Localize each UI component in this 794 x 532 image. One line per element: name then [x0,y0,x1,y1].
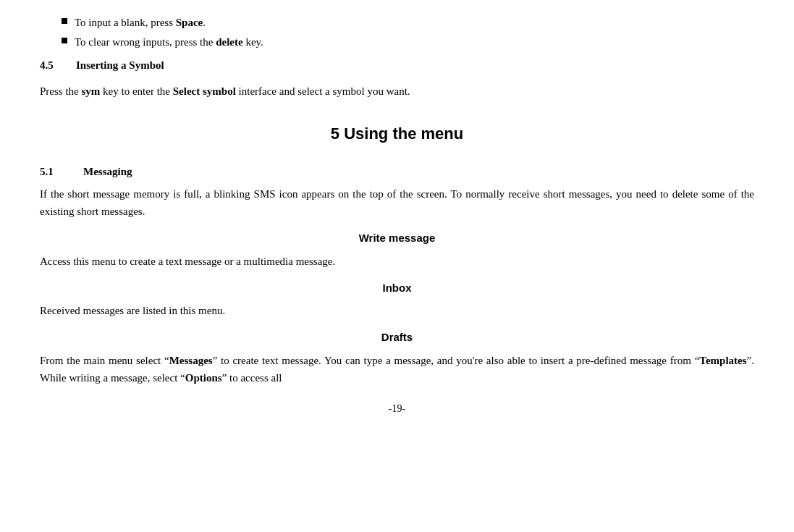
drafts-paragraph: From the main menu select “Messages” to … [40,352,754,387]
write-message-paragraph: Access this menu to create a text messag… [40,253,754,270]
section-4-5-number: 4.5 [40,57,62,74]
section-5-1-title: Messaging [83,164,132,180]
bullet-square-2 [62,38,67,43]
bullet-item-2: To clear wrong inputs, press the delete … [62,34,754,51]
bullet-item-1: To input a blank, press Space. [62,14,754,31]
page-number: -19- [389,403,405,414]
drafts-heading: Drafts [40,329,754,346]
section-4-5-title: Inserting a Symbol [76,57,164,74]
section-5-1-paragraph: If the short message memory is full, a b… [40,185,754,220]
page-footer: -19- [40,401,754,416]
bullet-text-1: To input a blank, press Space. [75,14,206,31]
section-4-5-paragraph: Press the sym key to enter the Select sy… [40,83,754,100]
section-5-1-heading: 5.1 Messaging [40,164,754,180]
inbox-heading: Inbox [40,280,754,297]
bullet-text-2: To clear wrong inputs, press the delete … [75,34,263,51]
section-4-5-heading: 4.5 Inserting a Symbol [40,57,754,74]
bullet-list: To input a blank, press Space. To clear … [40,14,754,50]
section-5-1-number: 5.1 [40,164,69,180]
bullet-square-1 [62,18,67,24]
chapter-5-heading: 5 Using the menu [40,122,754,145]
write-message-heading: Write message [40,230,754,247]
inbox-paragraph: Received messages are listed in this men… [40,302,754,319]
